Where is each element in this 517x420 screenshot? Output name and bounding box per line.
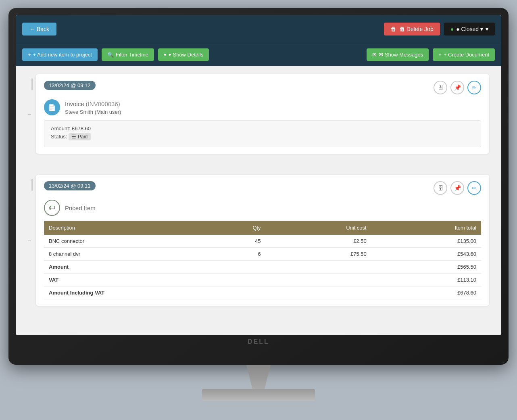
add-item-button[interactable]: + + Add new item to project: [22, 48, 98, 61]
totals-table: Amount £565.50 VAT £113.10 Amount Includ…: [44, 261, 481, 299]
priced-archive-button[interactable]: 🗄: [434, 181, 447, 195]
row2-qty: 6: [203, 248, 265, 261]
chevron-down-icon-details: ▾: [164, 52, 167, 58]
archive-icon: 🗄: [438, 84, 443, 91]
delete-job-button[interactable]: 🗑 🗑 Delete Job: [384, 23, 440, 36]
show-messages-button[interactable]: ✉ ✉ Show Messages: [367, 48, 429, 61]
vat-row: VAT £113.10: [44, 274, 481, 286]
invoice-header: 13/02/24 @ 09:12 🗄 📌 ✏: [44, 81, 481, 94]
status-value: Paid: [78, 134, 88, 140]
invoice-timeline-item: 13/02/24 @ 09:12 🗄 📌 ✏: [36, 74, 489, 154]
toolbar-left: + + Add new item to project 🔍 Filter Tim…: [22, 48, 209, 61]
invoice-details: Amount: £678.60 Status: ☰ Paid: [44, 120, 481, 147]
priced-table-header-row: Description Qty Unit cost Item total: [44, 221, 481, 235]
status-badge: ☰ Paid: [69, 133, 91, 140]
show-details-button[interactable]: ▾ ▾ Show Details: [158, 48, 209, 61]
create-document-button[interactable]: + + Create Document: [433, 48, 495, 61]
totals-body: Amount £565.50 VAT £113.10 Amount Includ…: [44, 261, 481, 299]
show-details-label: ▾ Show Details: [169, 52, 203, 58]
toolbar-right: ✉ ✉ Show Messages + + Create Document: [367, 48, 495, 61]
priced-actions: 🗄 📌 ✏: [434, 181, 481, 195]
priced-icon-symbol: 🏷: [49, 204, 55, 211]
filter-timeline-label: Filter Timeline: [116, 52, 148, 58]
side-marker-1: [31, 78, 33, 90]
pin-icon: 📌: [454, 84, 461, 91]
plus-doc-icon: +: [438, 52, 442, 58]
pin-icon-2: 📌: [454, 185, 461, 191]
priced-pin-button[interactable]: 📌: [450, 181, 464, 195]
amount-value: £678.60: [72, 125, 91, 132]
invoice-title-block: Invoice (INV000036) Steve Smith (Main us…: [65, 100, 121, 115]
invoice-timestamp: 13/02/24 @ 09:12: [44, 81, 96, 90]
col-unit-cost: Unit cost: [266, 221, 371, 235]
priced-table: Description Qty Unit cost Item total BNC…: [44, 221, 481, 261]
filter-timeline-button[interactable]: 🔍 Filter Timeline: [102, 48, 154, 61]
vat-value: £113.10: [306, 274, 481, 286]
amount-inc-vat-value: £678.60: [306, 286, 481, 299]
priced-title: Priced Item: [65, 204, 96, 212]
side-line-1: [28, 74, 36, 163]
row1-description: BNC connector: [44, 235, 203, 248]
timeline-item-priced: 13/02/24 @ 09:11 🗄 📌 ✏: [28, 175, 489, 316]
archive-icon-2: 🗄: [438, 185, 443, 191]
row1-qty: 45: [203, 235, 265, 248]
add-item-label: + Add new item to project: [33, 52, 92, 58]
row2-unit-cost: £75.50: [266, 248, 371, 261]
invoice-icon-symbol: 📄: [48, 104, 56, 111]
amount-total-value: £565.50: [306, 261, 481, 274]
chevron-down-icon: ▾: [486, 26, 488, 32]
vat-label: VAT: [44, 274, 306, 286]
monitor-brand-label: DELL: [16, 335, 501, 349]
amount-inc-vat-label: Amount Including VAT: [44, 286, 306, 299]
content-area: 13/02/24 @ 09:12 🗄 📌 ✏: [16, 66, 501, 335]
col-item-total: Item total: [371, 221, 481, 235]
create-doc-label: + Create Document: [444, 52, 489, 58]
row2-description: 8 channel dvr: [44, 248, 203, 261]
closed-label: ● Closed ▾: [456, 26, 483, 32]
invoice-icon: 📄: [44, 99, 60, 115]
invoice-card: 13/02/24 @ 09:12 🗄 📌 ✏: [36, 74, 489, 163]
row2-item-total: £543.60: [371, 248, 481, 261]
timeline-item-invoice: 13/02/24 @ 09:12 🗄 📌 ✏: [28, 74, 489, 163]
amount-inc-vat-row: Amount Including VAT £678.60: [44, 286, 481, 299]
pencil-icon: ✏: [472, 84, 477, 91]
closed-dot-icon: ●: [450, 26, 454, 32]
monitor-stand-base: [202, 389, 315, 401]
priced-card: 13/02/24 @ 09:11 🗄 📌 ✏: [36, 175, 489, 316]
back-button[interactable]: ← Back: [22, 23, 56, 36]
priced-timeline-item: 13/02/24 @ 09:11 🗄 📌 ✏: [36, 175, 489, 306]
invoice-status-row: Status: ☰ Paid: [51, 133, 474, 140]
invoice-type-label: Invoice: [65, 100, 86, 107]
closed-status-button[interactable]: ● ● Closed ▾ ▾: [444, 23, 495, 36]
invoice-edit-button[interactable]: ✏: [467, 81, 481, 94]
side-line-2: [28, 175, 36, 316]
search-icon: 🔍: [107, 52, 114, 58]
trash-icon: 🗑: [390, 26, 396, 32]
priced-table-body: BNC connector 45 £2.50 £135.00 8 channel…: [44, 235, 481, 261]
invoice-code: (INV000036): [86, 100, 120, 107]
pencil-icon-2: ✏: [472, 185, 477, 191]
row1-unit-cost: £2.50: [266, 235, 371, 248]
priced-title-row: 🏷 Priced Item: [44, 200, 481, 216]
invoice-amount-row: Amount: £678.60: [51, 125, 474, 132]
priced-edit-button[interactable]: ✏: [467, 181, 481, 195]
side-marker-2: [31, 179, 33, 191]
invoice-archive-button[interactable]: 🗄: [434, 81, 447, 94]
invoice-actions: 🗄 📌 ✏: [434, 81, 481, 94]
priced-timestamp: 13/02/24 @ 09:11: [44, 181, 96, 190]
invoice-user: Steve Smith (Main user): [65, 109, 121, 115]
top-bar: ← Back 🗑 🗑 Delete Job ● ● Closed ▾ ▾: [16, 15, 501, 43]
top-bar-right: 🗑 🗑 Delete Job ● ● Closed ▾ ▾: [384, 23, 495, 36]
invoice-pin-button[interactable]: 📌: [450, 81, 464, 94]
invoice-title-row: 📄 Invoice (INV000036) Steve Smith (Main …: [44, 99, 481, 115]
toolbar: + + Add new item to project 🔍 Filter Tim…: [16, 43, 501, 66]
plus-icon: +: [28, 52, 31, 58]
priced-icon: 🏷: [44, 200, 60, 216]
amount-label: Amount:: [51, 125, 72, 132]
col-description: Description: [44, 221, 203, 235]
status-icon: ☰: [72, 134, 76, 140]
row1-item-total: £135.00: [371, 235, 481, 248]
table-row: 8 channel dvr 6 £75.50 £543.60: [44, 248, 481, 261]
monitor-wrapper: ← Back 🗑 🗑 Delete Job ● ● Closed ▾ ▾: [8, 8, 509, 401]
invoice-title: Invoice (INV000036): [65, 100, 121, 108]
